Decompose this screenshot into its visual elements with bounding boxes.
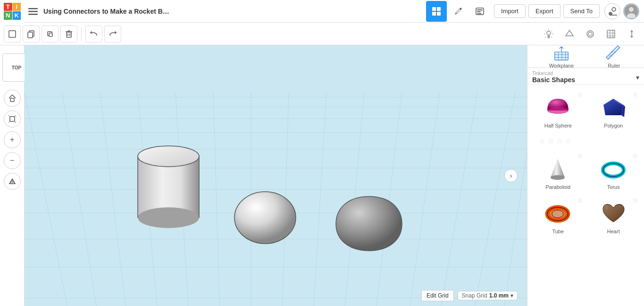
svg-text:−: − [10, 157, 14, 164]
tube-star[interactable]: ☆ [577, 196, 583, 204]
svg-rect-37 [10, 117, 15, 121]
edit-grid-button[interactable]: Edit Grid [421, 290, 454, 301]
scroll-chevron[interactable]: › [504, 169, 518, 182]
right-panel-header: Workplane Ruler [527, 45, 644, 68]
grid-snap-icon[interactable] [602, 26, 619, 42]
svg-point-91 [547, 107, 569, 114]
svg-rect-36 [10, 98, 14, 102]
torus-label: Torus [607, 184, 620, 190]
svg-rect-16 [9, 31, 16, 37]
polygon-label: Polygon [604, 123, 623, 128]
svg-rect-20 [49, 33, 52, 36]
snap-grid-value: 1.0 mm [489, 292, 509, 299]
shapes-category: Tinkercad [532, 71, 575, 76]
circle-icon[interactable] [582, 26, 599, 42]
heart-label: Heart [607, 229, 620, 234]
half-sphere-star[interactable]: ☆ [577, 91, 583, 98]
duplicate-button[interactable] [42, 26, 59, 42]
svg-point-28 [587, 31, 594, 37]
svg-rect-46 [25, 45, 527, 306]
svg-rect-18 [28, 32, 33, 38]
svg-rect-2 [28, 14, 38, 15]
undo-button[interactable] [85, 26, 102, 42]
workplane-label: Workplane [549, 63, 574, 68]
send-to-button[interactable]: Send To [563, 4, 600, 18]
toolbar [0, 23, 644, 45]
toolbar-separator-1 [81, 27, 82, 41]
ruler-button[interactable]: Ruler [600, 45, 628, 70]
svg-text:+: + [10, 136, 14, 144]
svg-line-41 [15, 121, 16, 123]
delete-button[interactable] [60, 26, 77, 42]
toolbar-right-icons [540, 26, 640, 42]
heart-item[interactable]: ☆ [587, 195, 641, 237]
paraboloid-star[interactable]: ☆ [577, 152, 583, 160]
home-button[interactable] [4, 90, 21, 107]
add-user-button[interactable] [604, 3, 620, 19]
polygon-visual [599, 95, 627, 121]
topbar: T I N K Using Connectors to Make a Rocke… [0, 0, 644, 23]
svg-rect-9 [477, 9, 483, 10]
torus-item[interactable]: ☆ [587, 150, 641, 193]
export-button[interactable]: Export [528, 4, 560, 18]
shapes-row-2: ☆ [531, 150, 640, 193]
import-button[interactable]: Import [494, 4, 526, 18]
svg-rect-5 [432, 12, 436, 16]
svg-marker-27 [566, 30, 573, 36]
workplane-icon [553, 45, 570, 62]
half-sphere-item[interactable]: ☆ Half Sph [531, 89, 585, 131]
copy-button[interactable] [23, 26, 40, 42]
canvas-area[interactable]: › Edit Grid Snap Grid 1.0 mm ▾ [25, 45, 527, 306]
zoom-out-button[interactable]: − [4, 152, 21, 169]
ruler-label: Ruler [608, 63, 620, 68]
polygon-star[interactable]: ☆ [632, 91, 638, 98]
logo-n: N [4, 11, 12, 20]
workplane-button[interactable]: Workplane [544, 45, 579, 70]
zoom-in-button[interactable]: + [4, 131, 21, 148]
snap-grid-dropdown[interactable]: ▾ [510, 292, 513, 299]
main: TOP + − [0, 45, 644, 306]
svg-rect-3 [432, 7, 436, 11]
heart-star[interactable]: ☆ [632, 196, 638, 204]
redo-button[interactable] [104, 26, 121, 42]
svg-rect-10 [477, 11, 481, 12]
snap-grid-control: Snap Grid 1.0 mm ▾ [458, 291, 518, 300]
svg-point-96 [551, 175, 565, 180]
shapes-row-1: ☆ Half Sph [531, 89, 640, 131]
tube-label: Tube [552, 229, 564, 234]
svg-line-40 [8, 121, 10, 123]
menu-icon[interactable] [25, 0, 42, 23]
svg-line-39 [15, 115, 16, 117]
polygon-item[interactable]: ☆ [587, 89, 641, 131]
bottom-bar: Edit Grid Snap Grid 1.0 mm ▾ [421, 290, 518, 301]
svg-text:☆ ☆ ☆ ☆: ☆ ☆ ☆ ☆ [539, 137, 571, 145]
shapes-grid: ☆ Half Sph [527, 85, 644, 306]
tube-item[interactable]: ☆ [531, 195, 585, 237]
topbar-nav [426, 1, 490, 22]
paraboloid-item[interactable]: ☆ [531, 150, 585, 193]
svg-rect-6 [437, 12, 441, 16]
svg-rect-1 [28, 11, 38, 12]
logo-k: K [13, 11, 21, 20]
right-panel: Workplane Ruler [527, 45, 644, 306]
user-avatar[interactable] [623, 3, 639, 19]
torus-star[interactable]: ☆ [632, 152, 638, 160]
shapes-dropdown[interactable]: ▾ [636, 74, 639, 81]
half-sphere-visual [544, 95, 572, 121]
topbar-user [604, 3, 639, 19]
shapes-row-3: ☆ [531, 195, 640, 237]
fit-view-button[interactable] [4, 110, 21, 128]
paraboloid-visual [544, 156, 572, 182]
build-view-btn[interactable] [448, 1, 468, 22]
snap-grid-label: Snap Grid [462, 292, 487, 299]
code-view-btn[interactable] [469, 1, 490, 22]
perspective-button[interactable] [4, 173, 21, 190]
align-icon[interactable] [623, 26, 640, 42]
svg-rect-81 [555, 52, 568, 60]
light-icon[interactable] [540, 26, 557, 42]
ruler-icon [605, 45, 622, 62]
new-button[interactable] [4, 26, 21, 42]
svg-point-7 [460, 8, 462, 9]
grid-view-btn[interactable] [426, 1, 447, 22]
shape-icon[interactable] [561, 26, 578, 42]
